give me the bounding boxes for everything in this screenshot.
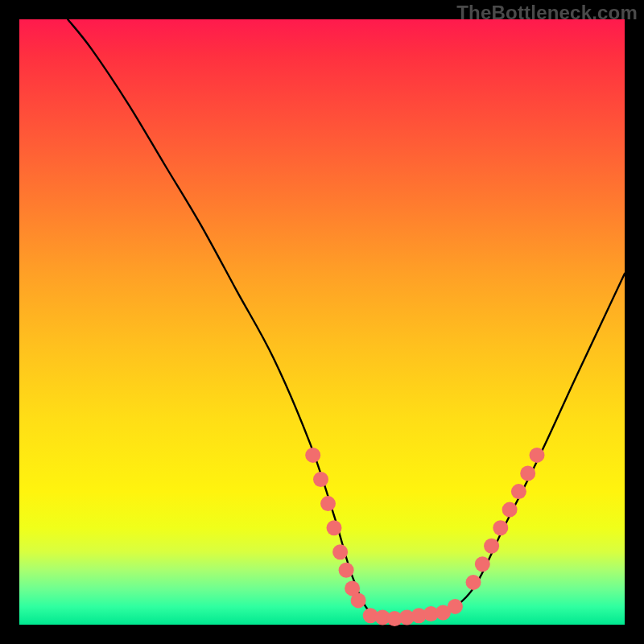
marker-dot [466, 575, 481, 590]
marker-dot [493, 520, 508, 535]
marker-dot [332, 544, 348, 559]
marker-dot [448, 599, 463, 614]
marker-dot [502, 502, 518, 518]
marker-dot [339, 563, 354, 578]
marker-dot [484, 539, 499, 554]
marker-dot [530, 448, 545, 463]
bottleneck-curve-path [68, 19, 625, 619]
marker-dot [313, 472, 328, 487]
marker-dot [305, 448, 320, 463]
watermark-text: TheBottleneck.com [456, 2, 638, 24]
marker-dot [475, 556, 490, 572]
marker-dot [511, 484, 526, 499]
plot-area [19, 19, 625, 625]
marker-dot [351, 592, 366, 608]
marker-dot [327, 520, 342, 535]
marker-dot [320, 496, 336, 511]
marker-dot [520, 466, 535, 481]
curve-line [68, 19, 625, 619]
chart-frame: TheBottleneck.com [0, 0, 644, 644]
chart-svg [19, 19, 625, 625]
